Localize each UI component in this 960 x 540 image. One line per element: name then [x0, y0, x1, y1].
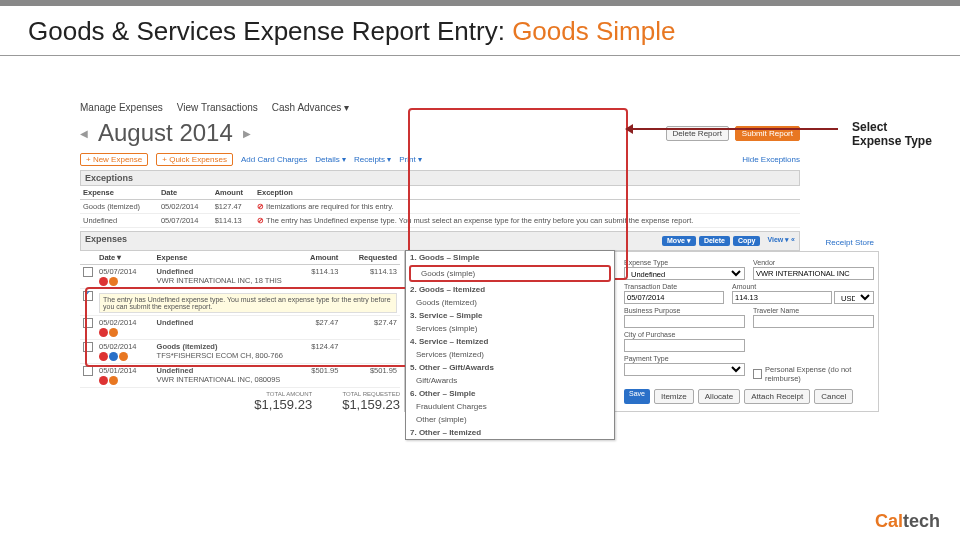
print-link[interactable]: Print ▾ [399, 155, 422, 164]
details-link[interactable]: Details ▾ [315, 155, 346, 164]
currency-select[interactable]: USD ▾ [834, 291, 874, 304]
title-prefix: Goods & Services Expense Report Entry: [28, 16, 512, 46]
footer-brand: Caltech [875, 511, 940, 532]
row-checkbox[interactable] [83, 267, 93, 277]
dropdown-item[interactable]: Goods (itemized) [406, 296, 614, 309]
dropdown-item[interactable]: Other (simple) [406, 413, 614, 426]
dropdown-item[interactable]: Gift/Awards [406, 374, 614, 387]
list-item: 05/02/2014Goods (itemized)TFS*FISHERSCI … [80, 340, 400, 364]
nav-tabs: Manage Expenses View Transactions Cash A… [80, 100, 800, 119]
tab-manage[interactable]: Manage Expenses [80, 102, 163, 113]
next-month-icon[interactable]: ▶ [243, 128, 251, 139]
inline-warning: The entry has Undefined expense type. Yo… [99, 293, 397, 313]
totals: TOTAL AMOUNT$1,159.23 TOTAL REQUESTED$1,… [80, 391, 400, 412]
receipts-link[interactable]: Receipts ▾ [354, 155, 391, 164]
dropdown-item[interactable]: Services (simple) [406, 322, 614, 335]
move-button[interactable]: Move ▾ [662, 236, 696, 246]
detail-panel: Receipt Store 1. Goods – Simple Goods (s… [404, 251, 879, 412]
card-icon [109, 277, 118, 286]
view-toggle[interactable]: View ▾ « [767, 236, 795, 246]
month-label: August 2014 [98, 119, 233, 147]
date-input[interactable] [624, 291, 724, 304]
expenses-header: Expenses Move ▾ Delete Copy View ▾ « [80, 231, 800, 251]
error-icon [99, 277, 108, 286]
itemize-button[interactable]: Itemize [654, 389, 694, 404]
delete-report-button[interactable]: Delete Report [666, 126, 729, 141]
cancel-button[interactable]: Cancel [814, 389, 853, 404]
exceptions-table: ExpenseDateAmountException Goods (itemiz… [80, 186, 800, 228]
expense-type-select[interactable]: Undefined [624, 267, 745, 280]
vendor-input[interactable] [753, 267, 874, 280]
app-screenshot: Manage Expenses View Transactions Cash A… [80, 100, 800, 470]
prev-month-icon[interactable]: ◀ [80, 128, 88, 139]
tab-cash[interactable]: Cash Advances ▾ [272, 102, 349, 113]
list-item: 05/07/2014UndefinedVWR INTERNATIONAL INC… [80, 265, 400, 289]
payment-select[interactable] [624, 363, 745, 376]
personal-label: Personal Expense (do not reimburse) [765, 365, 874, 383]
row-checkbox[interactable] [83, 291, 93, 301]
table-row: Undefined05/07/2014$114.13⊘ The entry ha… [80, 214, 800, 228]
error-icon: ⊘ [257, 216, 264, 225]
city-input[interactable] [624, 339, 745, 352]
callout-text: Select Expense Type [852, 120, 932, 148]
personal-checkbox[interactable] [753, 369, 762, 379]
attach-button[interactable]: Attach Receipt [744, 389, 810, 404]
purpose-input[interactable] [624, 315, 745, 328]
tab-view[interactable]: View Transactions [177, 102, 258, 113]
dropdown-item-goods-simple[interactable]: Goods (simple) [409, 265, 611, 282]
list-item: 05/02/2014Undefined$27.47$27.47 [80, 316, 400, 340]
row-checkbox[interactable] [83, 366, 93, 376]
dropdown-item[interactable]: Services (itemized) [406, 348, 614, 361]
traveler-input[interactable] [753, 315, 874, 328]
allocate-button[interactable]: Allocate [698, 389, 740, 404]
dropdown-item[interactable]: Fraudulent Charges [406, 400, 614, 413]
list-item: The entry has Undefined expense type. Yo… [80, 289, 400, 316]
delete-button[interactable]: Delete [699, 236, 730, 246]
import-link[interactable]: Add Card Charges [241, 155, 307, 164]
copy-button[interactable]: Copy [733, 236, 761, 246]
quick-expense-button[interactable]: + Quick Expenses [156, 153, 233, 166]
row-checkbox[interactable] [83, 342, 93, 352]
new-expense-button[interactable]: + New Expense [80, 153, 148, 166]
error-icon: ⊘ [257, 202, 264, 211]
table-row: Goods (itemized)05/02/2014$127.47⊘ Itemi… [80, 200, 800, 214]
submit-report-button[interactable]: Submit Report [735, 126, 800, 141]
title-highlight: Goods Simple [512, 16, 675, 46]
save-button[interactable]: Save [624, 389, 650, 404]
exceptions-header: Exceptions [80, 170, 800, 186]
receipt-store-link[interactable]: Receipt Store [826, 238, 874, 247]
expense-list: Date ▾ExpenseAmountRequested 05/07/2014U… [80, 251, 400, 388]
expense-type-dropdown[interactable]: 1. Goods – Simple Goods (simple) 2. Good… [405, 250, 615, 440]
amount-input[interactable] [732, 291, 832, 304]
list-item: 05/01/2014UndefinedVWR INTERNATIONAL INC… [80, 364, 400, 388]
slide-title: Goods & Services Expense Report Entry: G… [0, 6, 960, 56]
row-checkbox[interactable] [83, 318, 93, 328]
hide-exceptions-link[interactable]: Hide Exceptions [742, 155, 800, 164]
